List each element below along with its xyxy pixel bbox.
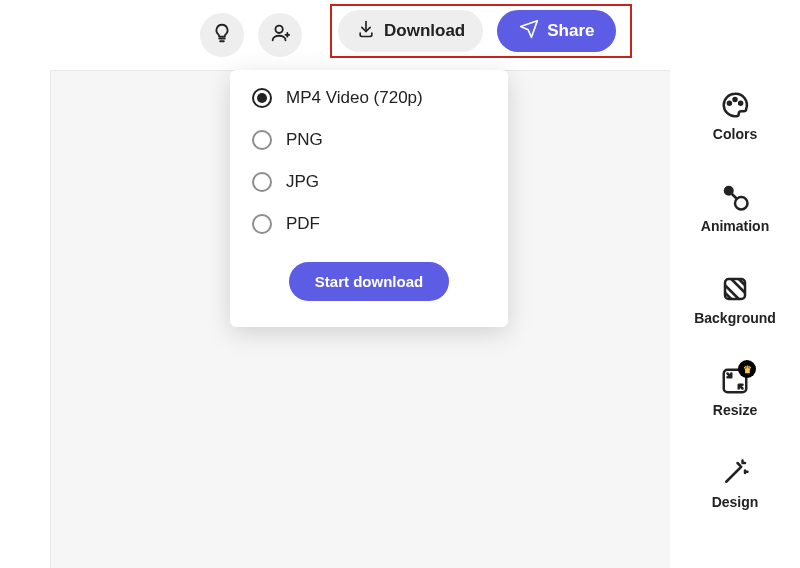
start-download-button[interactable]: Start download bbox=[289, 262, 449, 301]
svg-line-10 bbox=[725, 285, 739, 299]
resize-icon: ♛ bbox=[720, 366, 750, 396]
rail-label: Colors bbox=[713, 126, 757, 142]
svg-line-12 bbox=[731, 279, 745, 293]
download-label: Download bbox=[384, 21, 465, 41]
invite-button[interactable] bbox=[258, 13, 302, 57]
download-icon bbox=[356, 19, 376, 44]
rail-item-resize[interactable]: ♛ Resize bbox=[680, 366, 790, 418]
magic-wand-icon bbox=[720, 458, 750, 488]
highlight-annotation: Download Share bbox=[330, 4, 632, 58]
svg-line-8 bbox=[733, 195, 737, 199]
format-option-jpg[interactable]: JPG bbox=[252, 172, 486, 192]
rail-label: Design bbox=[712, 494, 759, 510]
share-button[interactable]: Share bbox=[497, 10, 616, 52]
start-download-label: Start download bbox=[315, 273, 423, 290]
rail-item-design[interactable]: Design bbox=[680, 458, 790, 510]
download-button[interactable]: Download bbox=[338, 10, 483, 52]
share-label: Share bbox=[547, 21, 594, 41]
add-person-icon bbox=[269, 22, 291, 48]
radio-icon bbox=[252, 88, 272, 108]
format-option-pdf[interactable]: PDF bbox=[252, 214, 486, 234]
top-toolbar bbox=[200, 8, 302, 62]
palette-icon bbox=[720, 90, 750, 120]
premium-crown-icon: ♛ bbox=[738, 360, 756, 378]
background-icon bbox=[720, 274, 750, 304]
format-option-mp4[interactable]: MP4 Video (720p) bbox=[252, 88, 486, 108]
format-label: MP4 Video (720p) bbox=[286, 88, 423, 108]
radio-icon bbox=[252, 172, 272, 192]
rail-label: Animation bbox=[701, 218, 769, 234]
download-format-menu: MP4 Video (720p) PNG JPG PDF Start downl… bbox=[230, 70, 508, 327]
rail-item-background[interactable]: Background bbox=[680, 274, 790, 326]
format-option-png[interactable]: PNG bbox=[252, 130, 486, 150]
radio-icon bbox=[252, 130, 272, 150]
svg-point-6 bbox=[725, 187, 733, 195]
rail-item-animation[interactable]: Animation bbox=[680, 182, 790, 234]
svg-point-0 bbox=[275, 26, 282, 33]
rail-label: Resize bbox=[713, 402, 757, 418]
right-rail: Colors Animation Background ♛ Resize bbox=[680, 90, 790, 510]
format-label: PDF bbox=[286, 214, 320, 234]
svg-point-3 bbox=[728, 102, 731, 105]
rail-item-colors[interactable]: Colors bbox=[680, 90, 790, 142]
radio-icon bbox=[252, 214, 272, 234]
lightbulb-icon bbox=[211, 22, 233, 48]
send-icon bbox=[519, 19, 539, 44]
svg-point-5 bbox=[739, 102, 742, 105]
rail-label: Background bbox=[694, 310, 776, 326]
hint-button[interactable] bbox=[200, 13, 244, 57]
svg-point-4 bbox=[734, 98, 737, 101]
format-label: JPG bbox=[286, 172, 319, 192]
format-label: PNG bbox=[286, 130, 323, 150]
animation-icon bbox=[720, 182, 750, 212]
